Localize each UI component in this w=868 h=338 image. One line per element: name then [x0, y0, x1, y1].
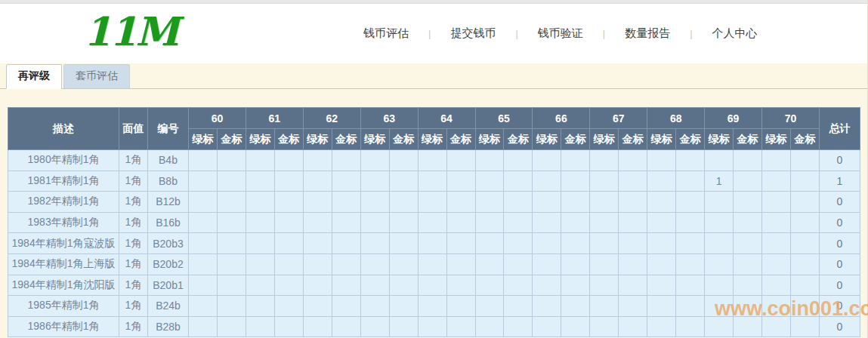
grade-cell-63-green: [360, 150, 389, 171]
grade-cell-67-green: [590, 254, 619, 275]
col-header-grade-67-gold-label: 金标: [619, 129, 647, 150]
grade-cell-69-gold: [734, 171, 762, 192]
tab-set-evaluation[interactable]: 套币评估: [63, 64, 130, 88]
grade-cell-64-gold: [446, 233, 475, 254]
grade-cell-62-green: [303, 171, 332, 192]
grade-cell-68-gold: [676, 233, 705, 254]
grade-cell-60-green: [189, 150, 218, 171]
tab-regrade[interactable]: 再评级: [6, 64, 62, 89]
grade-cell-70-gold: [791, 275, 820, 296]
grade-cell-60-green: [189, 192, 218, 213]
grade-cell-68-gold: [676, 171, 705, 192]
grade-cell-65-green: [475, 192, 504, 213]
grade-cell-62-gold: [332, 192, 360, 213]
row-description: 1984年精制1角上海版: [8, 254, 119, 275]
grade-cell-70-green: [762, 192, 791, 213]
row-description: 1982年精制1角: [8, 192, 119, 213]
tab-area: 再评级 套币评估: [0, 63, 867, 89]
col-header-grade-63: 63: [360, 108, 418, 129]
grade-cell-65-green: [475, 171, 504, 192]
grade-cell-69-green: [705, 150, 734, 171]
grade-cell-60-green: [189, 296, 218, 317]
site-logo[interactable]: 11M: [82, 8, 180, 55]
grade-cell-61-green: [246, 254, 274, 275]
grade-cell-68-gold: [676, 150, 705, 171]
col-header-grade-65-gold-label: 金标: [504, 129, 533, 150]
col-header-grade-70: 70: [762, 108, 820, 129]
table-row: 1981年精制1角1角B8b11: [8, 171, 860, 192]
grade-cell-65-green: [475, 275, 504, 296]
nav-item-quantity-report[interactable]: 数量报告: [605, 20, 690, 47]
col-header-grade-70-green-label: 绿标: [762, 129, 791, 150]
grade-cell-67-gold: [619, 254, 647, 275]
grade-cell-69-gold: [734, 275, 762, 296]
nav-item-submit-coin[interactable]: 提交钱币: [431, 20, 515, 47]
row-description: 1984年精制1角寇波版: [8, 233, 119, 254]
grade-cell-66-gold: [561, 296, 590, 317]
grade-cell-63-gold: [389, 192, 418, 213]
grade-cell-65-green: [475, 233, 504, 254]
grade-cell-69-gold: [734, 296, 762, 317]
grade-cell-62-green: [303, 150, 332, 171]
grade-cell-70-gold: [791, 296, 820, 317]
col-header-grade-64: 64: [418, 108, 475, 129]
grade-cell-60-green: [189, 212, 218, 233]
grade-cell-70-green: [762, 316, 791, 337]
row-total: 0: [820, 233, 860, 254]
row-total: 1: [820, 171, 860, 192]
grade-cell-70-green: [762, 150, 791, 171]
nav-item-coin-verification[interactable]: 钱币验证: [518, 20, 603, 47]
grade-cell-64-green: [418, 254, 446, 275]
row-number: B8b: [148, 171, 189, 192]
grade-cell-68-gold: [676, 275, 705, 296]
grade-cell-65-gold: [504, 316, 533, 337]
grade-cell-60-green: [189, 171, 218, 192]
grade-cell-69-gold: [734, 233, 762, 254]
grade-cell-60-green: [189, 275, 218, 296]
grade-cell-61-gold: [274, 316, 303, 337]
grade-cell-65-gold: [504, 212, 533, 233]
grade-cell-70-gold: [791, 212, 820, 233]
grade-cell-66-gold: [561, 275, 590, 296]
row-description: 1984年精制1角沈阳版: [8, 275, 119, 296]
grade-cell-61-gold: [274, 171, 303, 192]
grade-cell-67-gold: [619, 192, 647, 213]
grade-cell-63-gold: [389, 254, 418, 275]
grade-cell-62-gold: [332, 254, 360, 275]
grade-cell-61-green: [246, 212, 274, 233]
grade-cell-65-green: [475, 296, 504, 317]
grade-cell-69-gold: [734, 150, 762, 171]
row-face-value: 1角: [119, 316, 148, 337]
grade-cell-70-green: [762, 233, 791, 254]
grade-cell-64-green: [418, 150, 446, 171]
grade-cell-68-green: [647, 316, 676, 337]
grade-cell-63-gold: [389, 316, 418, 337]
grade-cell-60-green: [189, 233, 218, 254]
row-face-value: 1角: [119, 254, 148, 275]
grade-cell-67-green: [590, 296, 619, 317]
grade-cell-67-green: [590, 192, 619, 213]
grade-cell-60-gold: [217, 296, 246, 317]
grade-cell-68-gold: [676, 296, 705, 317]
grade-cell-69-green: [705, 192, 734, 213]
grade-cell-66-green: [533, 275, 561, 296]
grade-cell-67-green: [590, 233, 619, 254]
grade-cell-70-gold: [791, 233, 820, 254]
table-row: 1983年精制1角1角B16b0: [8, 212, 860, 233]
nav-item-personal-center[interactable]: 个人中心: [693, 20, 777, 47]
col-header-grade-64-green-label: 绿标: [418, 129, 446, 150]
grade-cell-64-gold: [446, 150, 475, 171]
grade-cell-70-gold: [791, 150, 820, 171]
col-header-grade-67-green-label: 绿标: [590, 129, 619, 150]
row-face-value: 1角: [119, 192, 148, 213]
grade-cell-65-gold: [504, 171, 533, 192]
nav-item-coin-evaluation[interactable]: 钱币评估: [344, 20, 428, 47]
grade-cell-69-green: 1: [705, 171, 734, 192]
row-face-value: 1角: [119, 171, 148, 192]
grade-cell-64-gold: [446, 192, 475, 213]
grade-cell-61-green: [246, 296, 274, 317]
row-total: 0: [820, 296, 860, 317]
grade-cell-62-gold: [332, 150, 360, 171]
grade-cell-62-green: [303, 275, 332, 296]
grade-cell-60-green: [189, 254, 218, 275]
